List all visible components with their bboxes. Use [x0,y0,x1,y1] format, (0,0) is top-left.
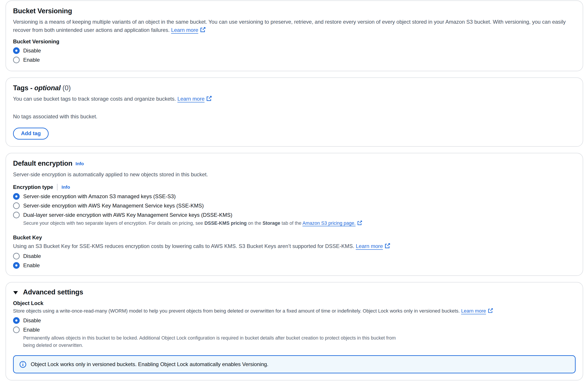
radio-label: Enable [23,57,40,63]
radio-button-icon[interactable] [13,193,20,200]
external-link-icon [357,220,362,226]
encryption-radio-sse-kms[interactable]: Server-side encryption with AWS Key Mana… [13,203,204,209]
external-link-icon [206,95,212,101]
bucket-versioning-card: Bucket Versioning Versioning is a means … [5,0,583,71]
tags-description: You can use bucket tags to track storage… [13,95,576,103]
radio-label: Server-side encryption with AWS Key Mana… [23,203,204,209]
tags-title: Tags - optional (0) [13,84,576,92]
tags-card: Tags - optional (0) You can use bucket t… [5,77,583,147]
bucket-key-description: Using an S3 Bucket Key for SSE-KMS reduc… [13,242,576,250]
radio-button-icon[interactable] [13,326,20,333]
radio-button-icon[interactable] [13,253,20,259]
default-encryption-title: Default encryptionInfo [13,159,576,168]
radio-label: Disable [23,253,41,259]
encryption-type-label: Encryption type [13,184,53,190]
radio-button-icon[interactable] [13,47,20,54]
add-tag-button[interactable]: Add tag [13,128,49,139]
object-lock-info-alert: Object Lock works only in versioned buck… [13,355,576,373]
alert-text: Object Lock works only in versioned buck… [31,361,268,367]
create-bucket-settings-page: Bucket Versioning Versioning is a means … [0,0,588,384]
radio-label: Disable [23,47,41,54]
bucket-versioning-field-label: Bucket Versioning [13,39,576,45]
encryption-radio-sse-s3[interactable]: Server-side encryption with Amazon S3 ma… [13,193,176,200]
default-encryption-info-link[interactable]: Info [76,161,84,166]
bucket-key-radio-enable[interactable]: Enable [13,262,40,269]
external-link-icon [488,308,493,313]
default-encryption-card: Default encryptionInfo Server-side encry… [5,153,583,276]
advanced-settings-card: Advanced settings Object Lock Store obje… [5,282,583,381]
versioning-learn-more-link[interactable]: Learn more [171,27,206,33]
caret-down-icon [13,291,18,295]
vertical-divider [57,184,58,190]
advanced-settings-toggle[interactable]: Advanced settings [13,288,83,296]
bucket-versioning-description: Versioning is a means of keeping multipl… [13,18,576,34]
radio-button-icon[interactable] [13,262,20,269]
object-lock-enable-note: Permanently allows objects in this bucke… [23,335,399,349]
tags-count: (0) [61,84,71,92]
object-lock-description: Store objects using a write-once-read-ma… [13,307,576,315]
versioning-radio-disable[interactable]: Disable [13,47,41,54]
bucket-key-label: Bucket Key [13,234,576,241]
radio-label: Dual-layer server-side encryption with A… [23,212,232,218]
object-lock-radio-enable[interactable]: Enable [13,326,40,333]
default-encryption-description: Server-side encryption is automatically … [13,170,576,179]
object-lock-label: Object Lock [13,300,576,306]
radio-button-icon[interactable] [13,57,20,63]
external-link-icon [385,243,390,249]
encryption-radio-dsse-kms[interactable]: Dual-layer server-side encryption with A… [13,212,232,218]
object-lock-learn-more-link[interactable]: Learn more [461,308,493,314]
radio-label: Disable [23,317,41,324]
encryption-type-info-link[interactable]: Info [62,184,70,190]
radio-label: Server-side encryption with Amazon S3 ma… [23,193,176,200]
radio-label: Enable [23,327,40,333]
radio-button-icon[interactable] [13,317,20,324]
bucket-key-learn-more-link[interactable]: Learn more [356,243,390,249]
bucket-key-radio-disable[interactable]: Disable [13,253,41,259]
tags-learn-more-link[interactable]: Learn more [177,96,212,102]
s3-pricing-page-link[interactable]: Amazon S3 pricing page. [302,221,362,226]
radio-label: Enable [23,262,40,269]
info-icon [20,361,26,368]
versioning-radio-enable[interactable]: Enable [13,57,40,63]
advanced-settings-title: Advanced settings [23,288,83,296]
tags-empty-message: No tags associated with this bucket. [13,113,576,120]
object-lock-radio-disable[interactable]: Disable [13,317,41,324]
dsse-kms-note: Secure your objects with two separate la… [23,220,576,227]
external-link-icon [200,27,206,33]
bucket-versioning-title: Bucket Versioning [13,7,576,16]
radio-button-icon[interactable] [13,203,20,209]
encryption-type-row: Encryption type Info [13,184,576,190]
radio-button-icon[interactable] [13,212,20,218]
